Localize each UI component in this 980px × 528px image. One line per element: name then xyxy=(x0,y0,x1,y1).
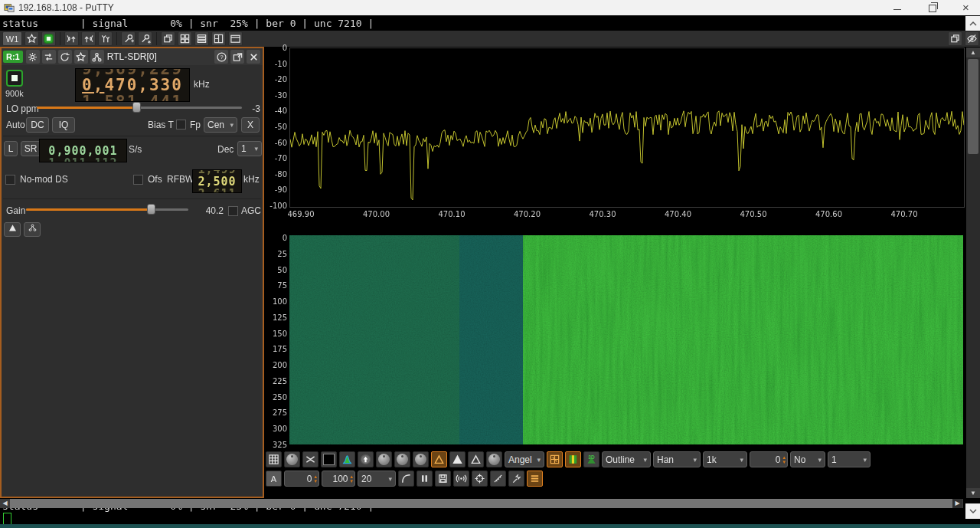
background-color-swatch[interactable] xyxy=(321,451,337,467)
start-stop-button[interactable] xyxy=(6,70,23,87)
calibration-button[interactable] xyxy=(508,471,524,487)
app-horizontal-scrollbar[interactable]: ◀ ▶ xyxy=(0,499,963,508)
spectrum-y-tick: -20 xyxy=(266,75,287,84)
maximize-button[interactable] xyxy=(921,0,942,15)
lock-button[interactable]: L xyxy=(4,141,18,156)
spectrum-plot[interactable] xyxy=(289,48,965,208)
markers-grid-button[interactable] xyxy=(547,451,563,467)
device-graph-icon[interactable] xyxy=(90,50,104,64)
channels-graph-button[interactable] xyxy=(24,222,41,237)
decay-divisor-knob[interactable] xyxy=(394,451,410,467)
stack-windows-button[interactable] xyxy=(194,31,209,46)
bottom-panel-button[interactable] xyxy=(228,31,243,46)
horizontal-scroll-thumb[interactable] xyxy=(10,499,952,508)
scroll-down-button[interactable]: ▼ xyxy=(966,488,980,498)
stroke-knob[interactable] xyxy=(413,451,429,467)
device-settings-icon[interactable] xyxy=(26,50,40,64)
spectrogram-3d-button[interactable]: 3D xyxy=(583,451,599,467)
dc-correction-button[interactable]: DC xyxy=(26,117,49,133)
gain-slider[interactable] xyxy=(26,204,188,215)
averaging-select[interactable]: No▾ xyxy=(790,451,825,467)
add-feature-button[interactable] xyxy=(121,31,136,46)
save-spectrum-button[interactable] xyxy=(435,471,451,487)
ofs-checkbox[interactable] xyxy=(133,175,143,185)
frequency-dial[interactable]: 9,369,229 0,470,330 1,581,441 xyxy=(75,68,190,102)
scroll-right-button[interactable]: ▶ xyxy=(952,499,962,508)
cascade-secondary-button[interactable] xyxy=(948,31,962,46)
bias-t-checkbox[interactable] xyxy=(176,120,186,130)
decay-knob[interactable] xyxy=(376,451,392,467)
putty-scrollbar-up-button[interactable] xyxy=(965,16,980,31)
rfbw-dial[interactable]: 1,499 2,500 3,611 xyxy=(192,169,242,193)
close-device-icon[interactable] xyxy=(247,50,260,64)
websocket-spectrum-button[interactable] xyxy=(453,471,469,487)
workspace-button[interactable]: W1 xyxy=(2,31,22,46)
gradient-button[interactable] xyxy=(398,471,414,487)
waterfall-palette-button[interactable] xyxy=(565,451,581,467)
averaging-knob[interactable] xyxy=(486,451,502,467)
device-window-header[interactable]: R:1 RTL-SDR[0] ? xyxy=(2,48,263,65)
spectrum-x-tick: 470.10 xyxy=(435,210,469,218)
style-select[interactable]: Outline▾ xyxy=(602,451,651,467)
waterfall[interactable] xyxy=(289,235,963,444)
ofs-label: Ofs xyxy=(148,174,162,185)
device-presets-icon[interactable] xyxy=(74,50,88,64)
ref-level-knob[interactable] xyxy=(284,451,300,467)
max-trace-button[interactable] xyxy=(449,451,466,467)
averaging-mode-select[interactable]: Angel▾ xyxy=(505,451,544,467)
agc-checkbox[interactable] xyxy=(228,206,238,216)
add-rx-device-button[interactable] xyxy=(64,31,79,46)
favorites-button[interactable] xyxy=(24,31,39,46)
iq-correction-button[interactable]: IQ xyxy=(52,117,75,133)
freeze-button[interactable] xyxy=(416,471,433,487)
fc-position-select[interactable]: Cen▾ xyxy=(204,117,237,133)
fft-overlap-spin[interactable]: 0▴▾ xyxy=(750,451,788,467)
center-frequency-button[interactable] xyxy=(472,471,488,487)
measure-button[interactable] xyxy=(490,471,506,487)
tile-windows-button[interactable] xyxy=(178,31,192,46)
nomod-ds-checkbox[interactable] xyxy=(5,175,15,185)
lo-ppm-slider[interactable] xyxy=(37,102,242,113)
feature-presets-button[interactable] xyxy=(138,31,152,46)
frequency-dial-below: 1,581,441 xyxy=(76,93,189,102)
histogram-button[interactable] xyxy=(339,451,355,467)
power-range-spin[interactable]: 100▴▾ xyxy=(322,471,355,487)
add-tx-device-button[interactable] xyxy=(81,31,96,46)
annotations-button[interactable]: A xyxy=(266,471,282,487)
hide-all-windows-button[interactable] xyxy=(965,31,979,46)
transverter-button[interactable]: X xyxy=(241,117,260,133)
averaging-count-select[interactable]: 1▾ xyxy=(828,451,871,467)
reload-device-icon[interactable] xyxy=(58,50,72,64)
fft-size-select[interactable]: 1k▾ xyxy=(703,451,747,467)
minimize-button[interactable] xyxy=(887,0,908,15)
change-device-icon[interactable] xyxy=(42,50,56,64)
scroll-up-button[interactable]: ▲ xyxy=(966,48,980,57)
clear-spectrum-button[interactable] xyxy=(302,451,318,467)
waterfall-y-tick: 100 xyxy=(266,297,287,306)
main-toolbar-right xyxy=(948,31,980,47)
app-vertical-scrollbar[interactable]: ▲ ▼ xyxy=(966,48,980,498)
current-trace-button[interactable] xyxy=(431,451,447,467)
close-button[interactable]: × xyxy=(953,0,978,15)
spectrum-view-button[interactable] xyxy=(4,222,21,237)
average-trace-button[interactable] xyxy=(468,451,484,467)
bias-t-label: Bias T xyxy=(148,120,174,130)
decimation-select[interactable]: 1▾ xyxy=(237,141,262,156)
stop-all-devices-button[interactable] xyxy=(41,31,56,46)
help-icon[interactable]: ? xyxy=(214,50,228,64)
sample-rate-dial[interactable]: 0,900,001 1,011,112 xyxy=(39,139,127,162)
popout-window-icon[interactable] xyxy=(230,50,244,64)
scroll-left-button[interactable]: ◀ xyxy=(0,499,10,508)
grid-toggle-button[interactable] xyxy=(266,451,282,467)
spectrum-menu-button[interactable] xyxy=(527,471,543,487)
add-mimo-device-button[interactable] xyxy=(98,31,113,46)
max-hold-button[interactable] xyxy=(358,451,374,467)
ref-level-spin[interactable]: 0▴▾ xyxy=(284,471,319,487)
waterfall-share-select[interactable]: 20▾ xyxy=(358,471,396,487)
putty-scrollbar-down-button[interactable] xyxy=(965,503,980,519)
tabbed-windows-button[interactable] xyxy=(211,31,226,46)
cascade-windows-button[interactable] xyxy=(161,31,175,46)
fft-window-select[interactable]: Han▾ xyxy=(653,451,701,467)
vertical-scroll-thumb[interactable] xyxy=(968,59,978,154)
sr-toggle-button[interactable]: SR xyxy=(21,141,41,156)
